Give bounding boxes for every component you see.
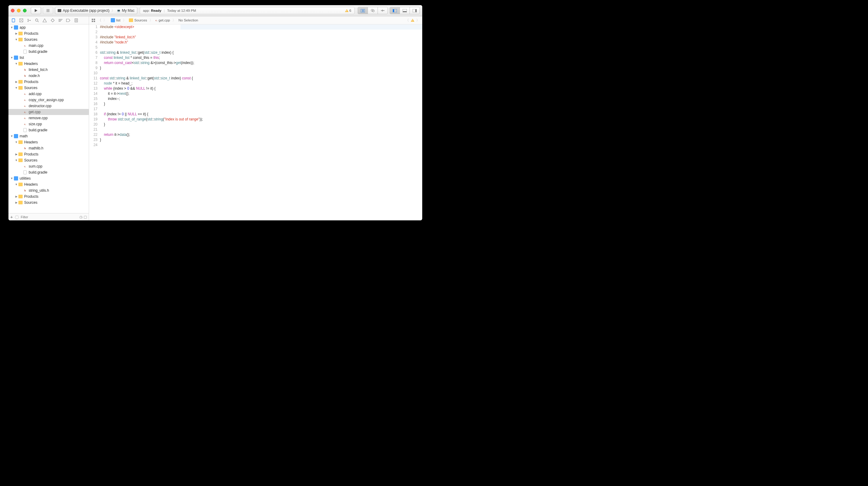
tree-row[interactable]: c.destructor.cpp — [8, 103, 89, 109]
main-body: ▼app▶Products▼Sourcesc.main.cppbuild.gra… — [8, 16, 422, 220]
version-editor-button[interactable] — [378, 7, 388, 14]
disclosure-icon[interactable]: ▼ — [10, 56, 13, 59]
tree-row[interactable]: c.sum.cpp — [8, 163, 89, 169]
tree-row[interactable]: c.get.cpp — [8, 109, 89, 115]
tree-row[interactable]: ▶Products — [8, 79, 89, 85]
disclosure-icon[interactable]: ▼ — [15, 141, 18, 144]
disclosure-icon[interactable]: ▼ — [10, 26, 13, 29]
toggle-navigator-button[interactable] — [390, 7, 400, 14]
test-navigator-icon[interactable] — [50, 18, 55, 23]
toggle-utilities-button[interactable] — [409, 7, 420, 14]
svg-rect-29 — [24, 128, 27, 132]
tree-row[interactable]: ▼list — [8, 55, 89, 61]
run-button[interactable] — [31, 7, 41, 14]
code-lines[interactable]: #include <stdexcept> #include "linked_li… — [100, 25, 422, 148]
project-navigator-icon[interactable] — [11, 18, 16, 23]
tree-row[interactable]: build.gradle — [8, 169, 89, 175]
warning-count: 6 — [349, 9, 351, 12]
tree-row[interactable]: ▼utilities — [8, 175, 89, 181]
tree-row[interactable]: ▼math — [8, 133, 89, 139]
tree-row[interactable]: build.gradle — [8, 127, 89, 133]
crumb-2[interactable]: get.cpp — [159, 19, 170, 22]
tree-label: Products — [24, 80, 38, 84]
disclosure-icon[interactable]: ▶ — [15, 195, 18, 198]
disclosure-icon[interactable]: ▼ — [10, 177, 13, 180]
breakpoint-navigator-icon[interactable] — [66, 18, 71, 23]
folder-icon — [18, 80, 23, 84]
disclosure-icon[interactable]: ▶ — [15, 32, 18, 35]
tree-row[interactable]: ▶Products — [8, 151, 89, 157]
tree-row[interactable]: ▶Products — [8, 30, 89, 36]
assistant-editor-button[interactable] — [368, 7, 378, 14]
issue-navigator-icon[interactable] — [42, 18, 47, 23]
folder-icon — [18, 61, 23, 66]
next-issue-button[interactable]: 〉 — [416, 18, 420, 23]
scm-filter-icon[interactable]: ▢ — [84, 215, 87, 219]
scheme-selector[interactable]: App Executable (app project) 〉 💻 My Mac — [55, 7, 137, 14]
tree-row[interactable]: hstring_utils.h — [8, 187, 89, 193]
disclosure-icon[interactable]: ▼ — [15, 38, 18, 41]
add-button[interactable]: + — [10, 214, 13, 219]
prev-issue-button[interactable]: 〈 — [405, 18, 409, 23]
status-state-label: Ready — [151, 9, 161, 12]
cpp-icon: c. — [23, 122, 28, 126]
tree-row[interactable]: ▼Headers — [8, 61, 89, 67]
find-navigator-icon[interactable] — [34, 18, 39, 23]
tree-row[interactable]: ▼Headers — [8, 139, 89, 145]
debug-navigator-icon[interactable] — [58, 18, 63, 23]
forward-button[interactable]: 〉 — [102, 18, 108, 23]
back-button[interactable]: 〈 — [97, 18, 102, 23]
report-navigator-icon[interactable] — [74, 18, 79, 23]
related-items-icon[interactable] — [91, 19, 97, 22]
tree-row[interactable]: hmathlib.h — [8, 145, 89, 151]
tree-row[interactable]: build.gradle — [8, 49, 89, 55]
close-window-button[interactable] — [11, 9, 14, 12]
toggle-debug-area-button[interactable] — [400, 7, 410, 14]
tree-row[interactable]: ▶Sources — [8, 200, 89, 206]
code-editor[interactable]: 123456789101112131415161718192021222324 … — [89, 25, 422, 148]
warning-indicator[interactable]: 6 — [345, 9, 351, 12]
file-icon — [23, 170, 28, 175]
warning-icon[interactable] — [411, 19, 414, 22]
chevron-right-icon: 〉 — [149, 18, 153, 23]
tree-row[interactable]: c.size.cpp — [8, 121, 89, 127]
project-tree[interactable]: ▼app▶Products▼Sourcesc.main.cppbuild.gra… — [8, 25, 89, 213]
svg-rect-9 — [393, 9, 394, 12]
standard-editor-button[interactable] — [358, 7, 368, 14]
tree-row[interactable]: c.remove.cpp — [8, 115, 89, 121]
disclosure-icon[interactable]: ▼ — [15, 86, 18, 89]
disclosure-icon[interactable]: ▶ — [15, 153, 18, 156]
disclosure-icon[interactable]: ▶ — [15, 201, 18, 204]
disclosure-icon[interactable]: ▼ — [15, 183, 18, 186]
disclosure-icon[interactable]: ▶ — [15, 80, 18, 83]
maximize-window-button[interactable] — [23, 9, 27, 12]
filter-input[interactable] — [21, 215, 78, 219]
svg-rect-11 — [403, 11, 406, 12]
disclosure-icon[interactable]: ▼ — [15, 159, 18, 162]
crumb-0[interactable]: list — [116, 19, 120, 22]
disclosure-icon[interactable]: ▼ — [15, 62, 18, 65]
source-control-navigator-icon[interactable] — [19, 18, 24, 23]
recent-filter-icon[interactable]: ◷ — [80, 215, 83, 219]
symbol-navigator-icon[interactable] — [27, 18, 31, 23]
tree-row[interactable]: ▼app — [8, 25, 89, 30]
crumb-1[interactable]: Sources — [134, 19, 147, 22]
tree-row[interactable]: hlinked_list.h — [8, 67, 89, 73]
svg-point-7 — [372, 10, 375, 12]
crumb-3[interactable]: No Selection — [178, 19, 198, 22]
tree-row[interactable]: ▼Sources — [8, 85, 89, 91]
tree-row[interactable]: hnode.h — [8, 73, 89, 79]
disclosure-icon[interactable]: ▼ — [10, 134, 13, 138]
tree-row[interactable]: c.main.cpp — [8, 42, 89, 49]
tree-row[interactable]: ▼Headers — [8, 181, 89, 187]
tree-row[interactable]: ▶Products — [8, 193, 89, 200]
tree-row[interactable]: ▼Sources — [8, 157, 89, 163]
tree-row[interactable]: c.copy_ctor_assign.cpp — [8, 97, 89, 103]
tree-row[interactable]: c.add.cpp — [8, 91, 89, 97]
tree-row[interactable]: ▼Sources — [8, 36, 89, 42]
breadcrumb[interactable]: list 〉 Sources 〉 c. get.cpp 〉 No Selecti… — [111, 18, 198, 23]
folder-icon — [18, 85, 23, 90]
tree-label: list — [20, 56, 24, 60]
stop-button[interactable] — [43, 7, 53, 14]
minimize-window-button[interactable] — [17, 9, 21, 12]
